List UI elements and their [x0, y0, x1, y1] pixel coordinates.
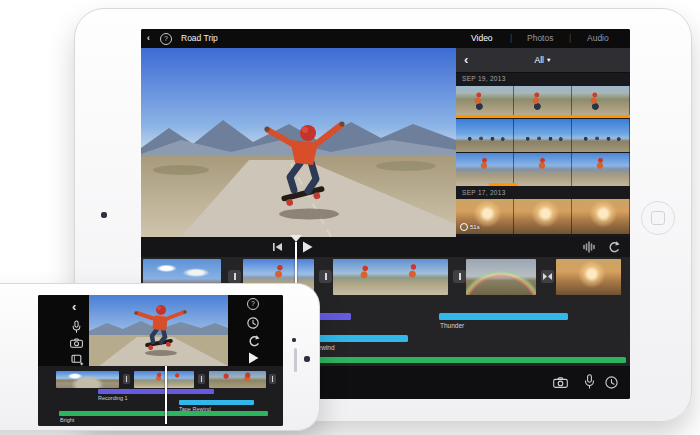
media-clip-frame[interactable]: [572, 199, 630, 234]
camera-button[interactable]: [553, 377, 568, 388]
clock-icon: [460, 223, 468, 231]
media-clip-frame[interactable]: [456, 119, 514, 152]
media-clip-frame[interactable]: [514, 153, 572, 186]
iphone-earpiece-speaker: [294, 348, 297, 372]
tab-separator: |: [510, 29, 512, 48]
microphone-button[interactable]: [71, 320, 82, 334]
iphone-screen: ‹: [38, 295, 283, 426]
media-clip-frame[interactable]: [572, 153, 630, 186]
transition-none-icon: [234, 273, 236, 280]
timeline-video-clip[interactable]: [333, 259, 448, 295]
clip-duration-badge: 51s: [460, 223, 480, 231]
media-clip-frame[interactable]: [514, 86, 572, 118]
playhead-line[interactable]: [165, 366, 167, 424]
transition-none-icon: [459, 273, 461, 280]
transition-none-icon: [201, 376, 203, 382]
transport-bar: [141, 237, 630, 257]
timeline-video-clip[interactable]: [134, 371, 194, 388]
music-track-bar[interactable]: [59, 411, 268, 416]
undo-button[interactable]: [607, 241, 620, 253]
media-clip-frame[interactable]: [514, 119, 572, 152]
used-clip-indicator: [456, 115, 630, 118]
back-chevron-icon[interactable]: ‹: [72, 301, 76, 313]
transition-button[interactable]: [269, 374, 276, 384]
music-track-label: Bright: [60, 417, 74, 423]
playhead-marker: [290, 235, 302, 242]
transition-button[interactable]: [228, 270, 241, 283]
media-clip-filmstrip[interactable]: [456, 153, 630, 186]
back-chevron-icon[interactable]: ‹: [147, 29, 150, 48]
play-button[interactable]: [302, 241, 313, 253]
tab-audio[interactable]: Audio: [587, 29, 609, 48]
media-browser-header: ‹ All▼: [456, 48, 630, 73]
play-button[interactable]: [248, 352, 259, 364]
iphone-front-camera: [292, 338, 296, 342]
iphone-device: ‹: [0, 283, 320, 431]
transition-button[interactable]: [198, 374, 205, 384]
iphone-timeline: Recording 1 Tape Rewind Bright: [38, 366, 283, 426]
tab-video[interactable]: Video: [471, 29, 493, 48]
ipad-home-button: [641, 201, 675, 235]
transition-button[interactable]: [453, 270, 466, 283]
transition-button[interactable]: [123, 374, 130, 384]
media-clip-frame[interactable]: [572, 86, 630, 118]
media-filter-value: All: [535, 55, 544, 65]
media-clip-frame[interactable]: [514, 199, 572, 234]
project-title: Road Trip: [181, 29, 218, 48]
iphone-right-toolbar: ?: [228, 295, 283, 366]
timeline-video-clip[interactable]: [56, 371, 119, 388]
audio-clip-bar-tape-rewind[interactable]: [179, 400, 254, 405]
media-clip-filmstrip[interactable]: 51s: [456, 199, 630, 234]
project-speed-button[interactable]: [605, 376, 618, 389]
microphone-button[interactable]: [583, 374, 596, 390]
skip-to-start-button[interactable]: [272, 242, 283, 252]
timeline-video-clip[interactable]: [556, 259, 621, 295]
ipad-nav-bar: ‹ ? Road Trip Video | Photos | Audio: [141, 29, 630, 48]
video-preview[interactable]: [141, 48, 456, 237]
media-clip-frame[interactable]: [572, 119, 630, 152]
audio-waveform-toggle-button[interactable]: [582, 241, 596, 253]
iphone-left-toolbar: ‹: [38, 295, 89, 366]
transition-button[interactable]: [319, 270, 332, 283]
audio-clip-label: Thunder: [440, 322, 464, 329]
video-preview[interactable]: [89, 295, 228, 366]
tab-photos[interactable]: Photos: [527, 29, 553, 48]
transition-none-icon: [126, 376, 128, 382]
help-icon[interactable]: ?: [160, 33, 172, 45]
camera-button[interactable]: [70, 338, 83, 348]
audio-clip-bar-recording[interactable]: [98, 389, 214, 394]
media-section-date: SEP 17, 2013: [456, 186, 630, 199]
ipad-front-camera: [101, 212, 107, 218]
media-section-date: SEP 19, 2013: [456, 72, 630, 85]
undo-button[interactable]: [247, 335, 260, 347]
transition-none-icon: [325, 273, 327, 280]
media-clip-filmstrip[interactable]: [456, 86, 630, 118]
media-browser-panel: ‹ All▼ SEP 19, 2013 SEP 17, 2013: [456, 48, 630, 237]
transition-none-icon: [272, 376, 274, 382]
timeline-video-clip[interactable]: [466, 259, 536, 295]
transition-dissolve-icon: [543, 273, 552, 280]
audio-clip-bar-thunder[interactable]: [439, 313, 568, 320]
media-clip-filmstrip[interactable]: [456, 119, 630, 152]
help-icon[interactable]: ?: [247, 298, 259, 310]
media-clip-frame[interactable]: [456, 86, 514, 118]
media-library-button[interactable]: [71, 354, 84, 366]
tab-separator: |: [569, 29, 571, 48]
media-clip-frame[interactable]: [456, 153, 514, 186]
transition-button[interactable]: [541, 270, 554, 283]
media-filter-dropdown[interactable]: All▼: [456, 48, 630, 72]
audio-clip-label: Recording 1: [98, 395, 128, 401]
project-speed-button[interactable]: [247, 317, 259, 329]
iphone-sensor: [304, 356, 310, 362]
dropdown-arrow-icon: ▼: [546, 57, 551, 63]
timeline-video-clip[interactable]: [209, 371, 266, 388]
